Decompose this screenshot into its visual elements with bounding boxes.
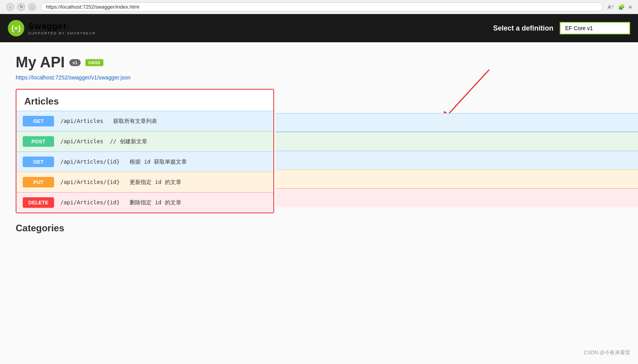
select-definition-label: Select a definition — [493, 24, 553, 32]
api-title-row: My API v1 OAS3 — [16, 54, 622, 71]
api-title-section: My API v1 OAS3 https://localhost:7252/sw… — [16, 54, 622, 81]
categories-section: Categories — [16, 223, 622, 234]
api-title: My API — [16, 54, 65, 71]
badge-oas3: OAS3 — [85, 59, 103, 66]
bookmark-button[interactable]: □ — [28, 3, 36, 11]
extensions-icon[interactable]: 🧩 — [618, 4, 625, 10]
articles-box: Articles GET /api/Articles 获取所有文章列表 POST… — [16, 89, 274, 213]
method-badge-get-2: GET — [23, 157, 54, 167]
browser-icons: A⁺ 🧩 ≡ — [607, 4, 632, 10]
swagger-logo-main: Swagger. — [28, 21, 96, 31]
method-badge-delete: DELETE — [23, 197, 54, 208]
extended-row-get-2 — [276, 151, 638, 169]
extended-row-post — [276, 132, 638, 151]
api-url-link[interactable]: https://localhost:7252/swagger/v1/swagge… — [16, 74, 130, 81]
extended-row-delete — [276, 188, 638, 207]
browser-controls: ‹ ↻ □ — [6, 3, 36, 11]
method-badge-put: PUT — [23, 177, 54, 187]
swagger-definition-area: Select a definition EF Core v1 — [493, 22, 630, 34]
categories-section-title: Categories — [16, 223, 622, 234]
endpoint-path-delete: /api/Articles/{id} 删除指定 id 的文章 — [60, 199, 181, 206]
method-badge-get-1: GET — [23, 116, 54, 126]
extended-row-put — [276, 169, 638, 188]
endpoint-row-get-1[interactable]: GET /api/Articles 获取所有文章列表 — [16, 111, 273, 131]
articles-section-title: Articles — [16, 90, 273, 111]
endpoint-row-delete[interactable]: DELETE /api/Articles/{id} 删除指定 id 的文章 — [16, 192, 273, 213]
swagger-icon-symbol: {+} — [11, 24, 21, 32]
articles-container: Articles GET /api/Articles 获取所有文章列表 POST… — [16, 89, 622, 213]
swagger-header: {+} Swagger. Supported by SMARTBEAR Sele… — [0, 14, 638, 42]
definition-select[interactable]: EF Core v1 — [560, 22, 630, 34]
swagger-logo-text: Swagger. Supported by SMARTBEAR — [28, 21, 96, 35]
browser-url[interactable]: https://localhost:7252/swagger/index.htm… — [41, 2, 603, 11]
extended-rows-area — [276, 113, 638, 207]
endpoint-path-get-1: /api/Articles 获取所有文章列表 — [60, 118, 157, 125]
endpoint-path-put: /api/Articles/{id} 更新指定 id 的文章 — [60, 179, 181, 186]
endpoint-row-put[interactable]: PUT /api/Articles/{id} 更新指定 id 的文章 — [16, 172, 273, 192]
menu-icon[interactable]: ≡ — [629, 4, 632, 10]
endpoint-path-get-2: /api/Articles/{id} 根据 id 获取单篇文章 — [60, 159, 187, 166]
endpoint-row-get-2[interactable]: GET /api/Articles/{id} 根据 id 获取单篇文章 — [16, 151, 273, 172]
refresh-button[interactable]: ↻ — [17, 3, 25, 11]
back-button[interactable]: ‹ — [6, 3, 14, 11]
profile-icon[interactable]: A⁺ — [607, 4, 614, 10]
swagger-logo-sub: Supported by SMARTBEAR — [28, 31, 96, 35]
extended-row-get-1 — [276, 113, 638, 132]
endpoint-row-post[interactable]: POST /api/Articles // 创建新文章 — [16, 131, 273, 151]
main-content: My API v1 OAS3 https://localhost:7252/sw… — [0, 42, 638, 245]
browser-bar: ‹ ↻ □ https://localhost:7252/swagger/ind… — [0, 0, 638, 14]
endpoint-path-post: /api/Articles // 创建新文章 — [60, 138, 147, 145]
articles-section-inner: Articles — [16, 90, 273, 111]
swagger-logo-icon: {+} — [8, 20, 24, 36]
method-badge-post: POST — [23, 136, 54, 147]
swagger-logo: {+} Swagger. Supported by SMARTBEAR — [8, 20, 96, 36]
badge-v1: v1 — [69, 59, 80, 66]
